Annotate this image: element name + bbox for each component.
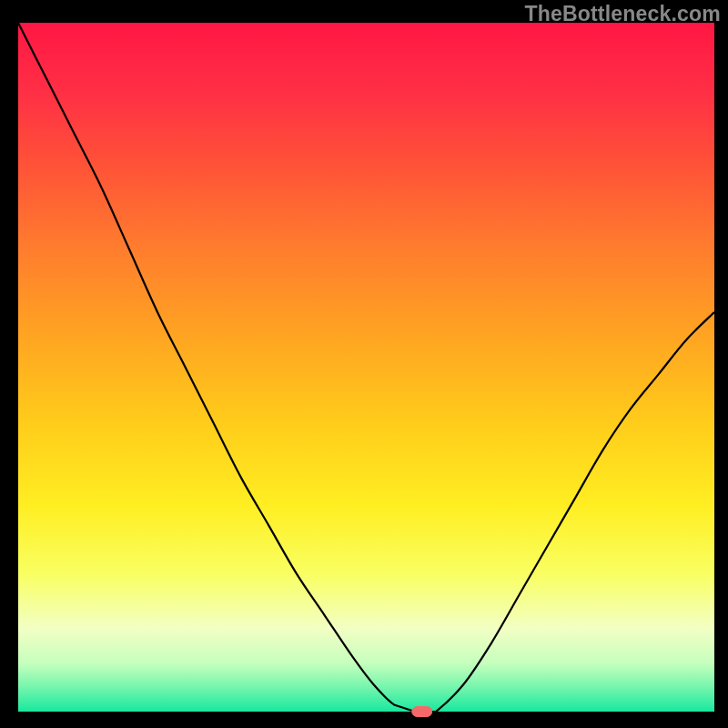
optimum-marker [412, 707, 432, 717]
chart-frame: TheBottleneck.com [0, 0, 728, 728]
bottleneck-chart [0, 0, 728, 728]
gradient-background [18, 23, 714, 712]
watermark-text: TheBottleneck.com [524, 2, 721, 26]
